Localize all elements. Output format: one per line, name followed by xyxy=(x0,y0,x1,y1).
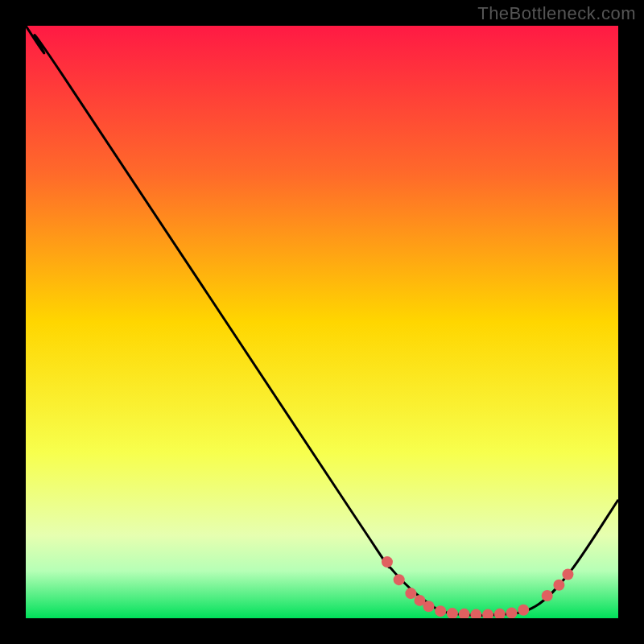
data-marker xyxy=(382,556,393,568)
data-marker xyxy=(506,607,518,618)
gradient-background xyxy=(26,26,618,618)
data-marker xyxy=(562,569,573,580)
plot-area xyxy=(26,26,618,618)
chart-frame: TheBottleneck.com xyxy=(0,0,644,644)
chart-svg xyxy=(26,26,618,618)
data-marker xyxy=(542,590,553,601)
data-marker xyxy=(394,574,405,585)
data-marker xyxy=(553,580,564,591)
watermark-text: TheBottleneck.com xyxy=(477,3,636,24)
data-marker xyxy=(518,605,529,616)
data-marker xyxy=(405,588,416,599)
data-marker xyxy=(435,605,446,617)
data-marker xyxy=(423,601,434,612)
